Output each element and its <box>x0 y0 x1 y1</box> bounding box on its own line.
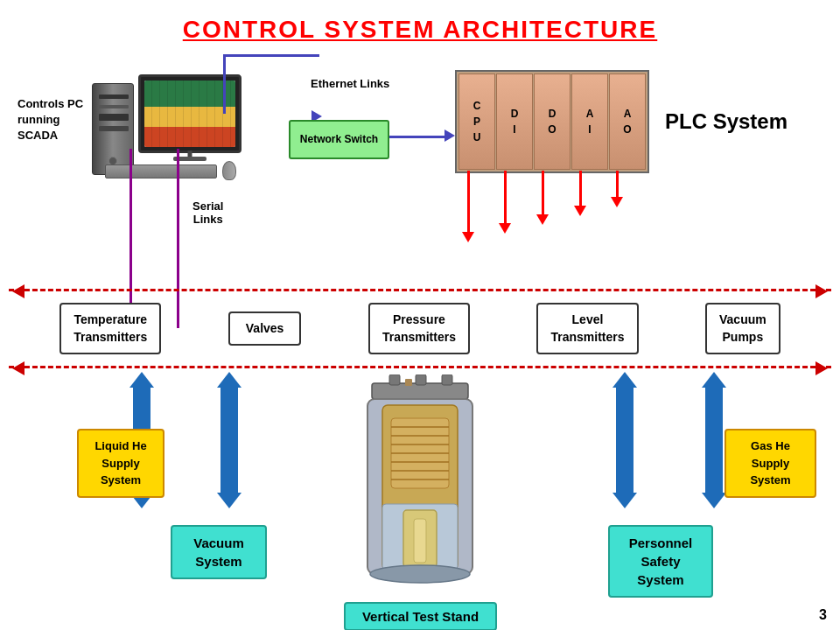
serial-links-label: SerialLinks <box>192 200 223 226</box>
keyboard <box>105 164 217 178</box>
plc-ao-arrow <box>611 171 623 207</box>
plc-cpu-arrow <box>462 171 474 242</box>
liquid-he-box: Liquid HeSupplySystem <box>77 429 164 498</box>
computer-area: Controls PCrunningSCADA <box>18 70 254 201</box>
mouse <box>222 161 236 180</box>
valves-box: Valves <box>228 312 302 345</box>
plc-label: PLC System <box>658 109 788 134</box>
personnel-safety-box: PersonnelSafetySystem <box>608 525 713 598</box>
network-switch: Network Switch <box>289 120 389 159</box>
svg-rect-1 <box>389 374 400 385</box>
level-transmitters-box: LevelTransmitters <box>536 303 638 354</box>
vessel-image <box>319 374 521 606</box>
plc-cpu: CPU <box>458 74 495 170</box>
monitor-screen <box>144 80 235 147</box>
vacuum-system-box: VacuumSystem <box>171 525 267 579</box>
plc-ai: AI <box>571 74 608 170</box>
dashed-line-bottom <box>9 366 831 368</box>
ethernet-label: Ethernet Links <box>311 77 389 90</box>
plc-di-arrow <box>499 171 511 234</box>
svg-rect-3 <box>442 374 452 385</box>
plc-area: CPU DI DO AI AO PLC System <box>455 70 788 173</box>
switch-to-plc-arrow <box>444 130 455 142</box>
plc-ao: AO <box>609 74 646 170</box>
monitor <box>138 74 242 153</box>
switch-to-plc-line <box>389 136 451 138</box>
gas-he-box: Gas HeSupplySystem <box>724 429 816 498</box>
ethernet-line-h1 <box>223 54 319 57</box>
svg-rect-0 <box>372 383 468 399</box>
plc-modules: CPU DI DO AI AO <box>455 70 649 173</box>
svg-rect-16 <box>414 519 426 563</box>
page-title: CONTROL SYSTEM ARCHITECTURE <box>0 0 840 44</box>
temp-transmitters-box: TemperatureTransmitters <box>60 303 161 354</box>
vacuum-pumps-box: VacuumPumps <box>705 303 780 354</box>
svg-rect-2 <box>416 374 426 385</box>
controls-pc-label: Controls PCrunningSCADA <box>18 96 96 144</box>
plc-do-arrow <box>536 171 549 225</box>
blue-arrow-3 <box>612 372 637 508</box>
middle-row: TemperatureTransmitters Valves PressureT… <box>9 296 831 361</box>
blue-arrow-2 <box>217 372 242 508</box>
pc-tower <box>92 83 134 175</box>
plc-do: DO <box>534 74 570 170</box>
page-number: 3 <box>819 607 827 623</box>
svg-rect-18 <box>405 379 412 386</box>
ethernet-line-v1 <box>223 54 226 114</box>
blue-arrow-4 <box>702 372 726 508</box>
plc-ai-arrow <box>574 171 586 216</box>
pressure-transmitters-box: PressureTransmitters <box>368 303 470 354</box>
dashed-line-top <box>9 289 831 291</box>
svg-point-17 <box>370 565 470 583</box>
plc-di: DI <box>496 74 533 170</box>
